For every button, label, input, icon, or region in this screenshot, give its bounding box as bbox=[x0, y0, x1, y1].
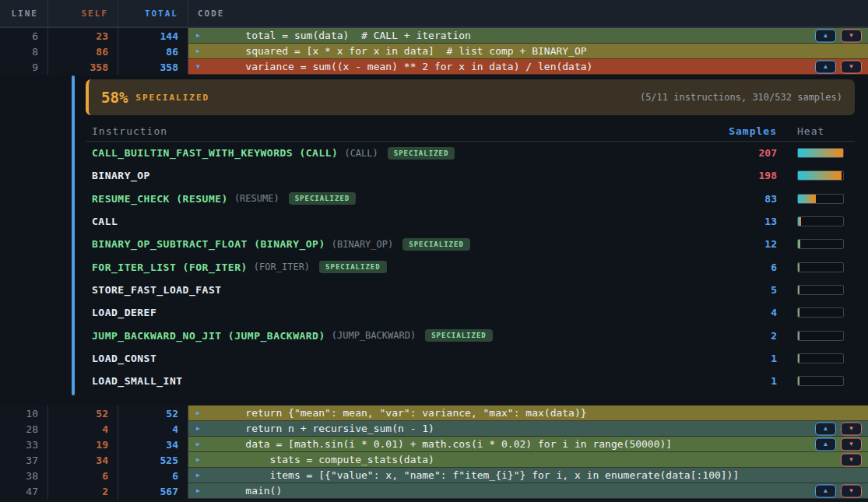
code-row[interactable]: 6 23 144 ▶ total = sum(data) # CALL + it… bbox=[0, 28, 868, 44]
expand-collapse-icon[interactable]: ▶ bbox=[196, 425, 209, 432]
code-row[interactable]: 37 34 525 ▶ stats = compute_stats(data) … bbox=[0, 452, 868, 468]
code-cell[interactable]: ▶ data = [math.sin(i * 0.01) + math.cos(… bbox=[188, 437, 868, 452]
instruction-name: RESUME_CHECK (RESUME) bbox=[92, 193, 228, 205]
code-text: stats = compute_stats(data) bbox=[221, 454, 434, 465]
expand-collapse-icon[interactable]: ▶ bbox=[196, 32, 209, 39]
code-row[interactable]: 8 86 86 ▶ squared = [x * x for x in data… bbox=[0, 44, 868, 59]
line-number: 8 bbox=[0, 44, 48, 59]
code-row[interactable]: 47 2 567 ▶ main() ▲ ▼ bbox=[0, 483, 868, 499]
move-up-button[interactable]: ▲ bbox=[815, 422, 836, 435]
instruction-name: JUMP_BACKWARD_NO_JIT (JUMP_BACKWARD) bbox=[92, 330, 325, 342]
total-samples: 52 bbox=[118, 405, 188, 421]
move-up-button[interactable]: ▲ bbox=[815, 437, 836, 451]
heat-bar bbox=[797, 170, 844, 181]
self-samples: 86 bbox=[48, 44, 118, 59]
column-header-self: SELF bbox=[48, 0, 118, 26]
profiler-app: LINE SELF TOTAL CODE 6 23 144 ▶ total = … bbox=[0, 0, 868, 502]
base-instruction-name: (CALL) bbox=[344, 148, 378, 159]
total-samples: 86 bbox=[118, 44, 188, 59]
expand-collapse-icon[interactable]: ▶ bbox=[196, 472, 209, 479]
move-up-button[interactable]: ▲ bbox=[815, 29, 836, 42]
instruction-row: FOR_ITER_LIST (FOR_ITER) (FOR_ITER) SPEC… bbox=[86, 255, 855, 278]
self-samples: 52 bbox=[48, 405, 118, 421]
code-row[interactable]: 38 6 6 ▶ items = [{"value": x, "name": f… bbox=[0, 468, 868, 483]
move-up-button[interactable]: ▲ bbox=[815, 60, 836, 73]
self-samples: 23 bbox=[48, 28, 118, 44]
code-row[interactable]: 28 4 4 ▶ return n + recursive_sum(n - 1)… bbox=[0, 421, 868, 437]
line-number: 6 bbox=[0, 28, 48, 44]
heat-bar-fill bbox=[798, 286, 799, 294]
line-number: 28 bbox=[0, 421, 48, 437]
total-samples: 525 bbox=[118, 452, 188, 468]
instruction-samples: 5 bbox=[716, 284, 786, 296]
move-up-button[interactable]: ▲ bbox=[815, 484, 836, 497]
heat-bar-fill bbox=[798, 332, 799, 340]
instruction-row: CALL_BUILTIN_FAST_WITH_KEYWORDS (CALL) (… bbox=[86, 142, 855, 164]
heat-bar bbox=[797, 307, 844, 318]
instruction-row: LOAD_SMALL_INT 1 bbox=[86, 370, 855, 392]
base-instruction-name: (FOR_ITER) bbox=[254, 262, 310, 272]
heat-bar-fill bbox=[798, 149, 843, 157]
move-down-button[interactable]: ▼ bbox=[841, 437, 862, 451]
instruction-row: RESUME_CHECK (RESUME) (RESUME) SPECIALIZ… bbox=[86, 188, 855, 210]
code-cell[interactable]: ▶ stats = compute_stats(data) ▲ ▼ bbox=[188, 452, 868, 468]
heat-bar-fill bbox=[798, 240, 800, 248]
instruction-name: LOAD_DEREF bbox=[92, 307, 156, 318]
self-samples: 34 bbox=[48, 452, 118, 468]
code-text: squared = [x * x for x in data] # list c… bbox=[221, 45, 587, 57]
specialized-badge: SPECIALIZED bbox=[289, 192, 357, 205]
code-cell[interactable]: ▶ total = sum(data) # CALL + iteration ▲… bbox=[188, 28, 868, 44]
expand-collapse-icon[interactable]: ▶ bbox=[196, 409, 209, 416]
base-instruction-name: (BINARY_OP) bbox=[332, 239, 393, 250]
instruction-row: STORE_FAST_LOAD_FAST 5 bbox=[86, 279, 855, 301]
instruction-row: JUMP_BACKWARD_NO_JIT (JUMP_BACKWARD) (JU… bbox=[86, 324, 855, 346]
code-text: data = [math.sin(i * 0.01) + math.cos(i … bbox=[221, 438, 672, 450]
code-cell[interactable]: ▶ return n + recursive_sum(n - 1) ▲ ▼ bbox=[188, 421, 868, 437]
base-instruction-name: (JUMP_BACKWARD) bbox=[332, 330, 416, 341]
code-row[interactable]: 9 358 358 ▼ variance = sum((x - mean) **… bbox=[0, 59, 868, 75]
move-down-button[interactable]: ▼ bbox=[841, 60, 862, 73]
expand-collapse-icon[interactable]: ▶ bbox=[196, 456, 209, 463]
heat-bar bbox=[797, 148, 844, 158]
instruction-name: STORE_FAST_LOAD_FAST bbox=[92, 284, 222, 296]
heat-bar-fill bbox=[798, 263, 799, 272]
instruction-name: BINARY_OP_SUBTRACT_FLOAT (BINARY_OP) bbox=[92, 238, 325, 250]
code-text: total = sum(data) # CALL + iteration bbox=[221, 30, 471, 41]
move-down-button[interactable]: ▼ bbox=[841, 29, 862, 42]
move-down-button[interactable]: ▼ bbox=[841, 422, 862, 435]
instruction-samples: 12 bbox=[716, 238, 786, 250]
code-rows-top: 6 23 144 ▶ total = sum(data) # CALL + it… bbox=[0, 28, 868, 75]
specialized-label: SPECIALIZED bbox=[135, 93, 209, 103]
code-cell[interactable]: ▶ return {"mean": mean, "var": variance,… bbox=[188, 405, 868, 421]
code-cell[interactable]: ▶ squared = [x * x for x in data] # list… bbox=[188, 44, 868, 59]
code-cell[interactable]: ▶ main() ▲ ▼ bbox=[188, 483, 868, 499]
instruction-row: LOAD_CONST 1 bbox=[86, 347, 855, 370]
heat-bar-fill bbox=[798, 171, 842, 180]
instruction-samples: 1 bbox=[716, 353, 786, 364]
code-row[interactable]: 33 19 34 ▶ data = [math.sin(i * 0.01) + … bbox=[0, 437, 868, 452]
total-samples: 4 bbox=[118, 421, 188, 437]
specialized-badge: SPECIALIZED bbox=[425, 329, 493, 342]
self-samples: 2 bbox=[48, 483, 118, 499]
code-cell[interactable]: ▶ items = [{"value": x, "name": f"item_{… bbox=[188, 468, 868, 483]
heat-bar bbox=[797, 262, 844, 272]
expand-collapse-icon[interactable]: ▶ bbox=[196, 487, 209, 494]
line-number: 33 bbox=[0, 437, 48, 452]
instruction-row: BINARY_OP_SUBTRACT_FLOAT (BINARY_OP) (BI… bbox=[86, 233, 855, 255]
expand-collapse-icon[interactable]: ▶ bbox=[196, 441, 209, 448]
expand-collapse-icon[interactable]: ▼ bbox=[196, 63, 209, 70]
expand-collapse-icon[interactable]: ▶ bbox=[196, 47, 209, 54]
total-samples: 6 bbox=[118, 468, 188, 483]
self-samples: 358 bbox=[48, 59, 118, 75]
expanded-detail-panel: 58% SPECIALIZED (5/11 instructions, 310/… bbox=[0, 75, 868, 405]
move-down-button[interactable]: ▼ bbox=[841, 453, 862, 466]
code-row[interactable]: 10 52 52 ▶ return {"mean": mean, "var": … bbox=[0, 405, 868, 421]
heat-bar bbox=[797, 376, 844, 386]
line-number: 10 bbox=[0, 405, 48, 421]
move-down-button[interactable]: ▼ bbox=[841, 484, 862, 497]
line-number: 47 bbox=[0, 483, 48, 499]
instruction-samples: 2 bbox=[716, 330, 786, 342]
heat-bar-fill bbox=[798, 377, 799, 385]
code-cell[interactable]: ▼ variance = sum((x - mean) ** 2 for x i… bbox=[188, 59, 868, 75]
heat-bar-fill bbox=[798, 308, 799, 317]
